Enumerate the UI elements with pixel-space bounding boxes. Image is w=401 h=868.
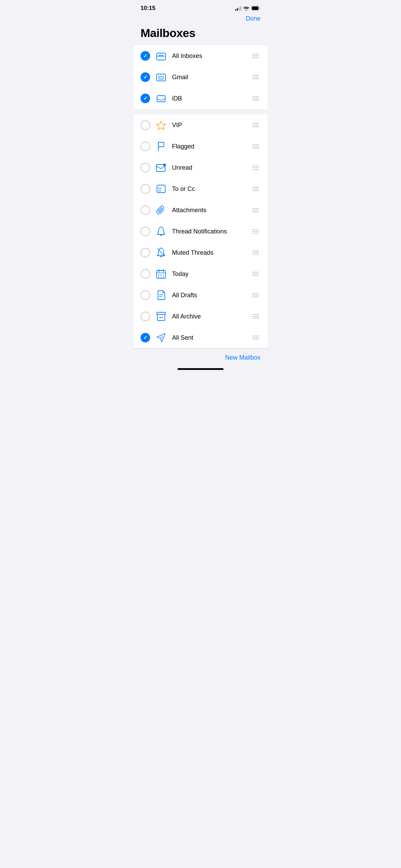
- checkbox-all-archive[interactable]: [141, 312, 150, 321]
- gmail-icon: [155, 71, 167, 83]
- done-button[interactable]: Done: [246, 15, 260, 22]
- status-icons: [235, 6, 260, 11]
- checkbox-idb[interactable]: [141, 94, 150, 103]
- drag-handle-muted-threads[interactable]: [251, 249, 260, 256]
- footer-bar: New Mailbox: [134, 348, 267, 365]
- list-item-to-or-cc[interactable]: TO CC To or Cc: [134, 178, 267, 200]
- drag-handle-today[interactable]: [251, 270, 260, 277]
- checkbox-today[interactable]: [141, 269, 150, 279]
- label-unread: Unread: [172, 164, 251, 171]
- flagged-icon: [155, 140, 167, 153]
- all-sent-icon: [155, 331, 167, 344]
- label-attachments: Attachments: [172, 207, 251, 214]
- checkbox-all-drafts[interactable]: [141, 290, 150, 300]
- drag-handle-unread[interactable]: [251, 164, 260, 171]
- drag-handle-all-sent[interactable]: [251, 334, 260, 341]
- list-item-vip[interactable]: VIP: [134, 114, 267, 136]
- all-archive-icon: [155, 310, 167, 323]
- vip-icon: [155, 119, 167, 131]
- thread-notifications-icon: [155, 225, 167, 238]
- svg-point-11: [163, 164, 166, 166]
- label-all-inboxes: All Inboxes: [172, 52, 251, 60]
- checkbox-all-inboxes[interactable]: [141, 51, 150, 61]
- drag-handle-to-or-cc[interactable]: [251, 185, 260, 192]
- svg-rect-7: [159, 77, 163, 79]
- all-drafts-icon: [155, 289, 167, 301]
- wifi-icon: [243, 6, 249, 11]
- battery-icon: [251, 6, 260, 11]
- checkbox-all-sent[interactable]: [141, 333, 150, 342]
- list-item-gmail[interactable]: Gmail: [134, 67, 267, 88]
- checkbox-thread-notifications[interactable]: [141, 227, 150, 236]
- list-item-flagged[interactable]: Flagged: [134, 136, 267, 157]
- svg-marker-9: [157, 121, 166, 130]
- home-indicator-bar: [178, 368, 223, 370]
- new-mailbox-button[interactable]: New Mailbox: [225, 354, 260, 361]
- drag-handle-idb[interactable]: [251, 95, 260, 102]
- label-all-sent: All Sent: [172, 334, 251, 341]
- muted-threads-icon: [155, 246, 167, 259]
- checkbox-gmail[interactable]: [141, 72, 150, 82]
- drag-handle-all-inboxes[interactable]: [251, 52, 260, 59]
- checkbox-flagged[interactable]: [141, 142, 150, 151]
- label-to-or-cc: To or Cc: [172, 185, 251, 193]
- label-gmail: Gmail: [172, 74, 251, 81]
- svg-text:TO: TO: [158, 187, 161, 190]
- svg-point-25: [163, 277, 164, 278]
- checkbox-unread[interactable]: [141, 163, 150, 172]
- list-item-unread[interactable]: Unread: [134, 157, 267, 178]
- status-time: 10:15: [141, 5, 155, 12]
- checkbox-muted-threads[interactable]: [141, 248, 150, 257]
- signal-icon: [235, 6, 241, 11]
- label-idb: iDB: [172, 95, 251, 102]
- drag-handle-attachments[interactable]: [251, 207, 260, 214]
- home-indicator: [134, 365, 267, 375]
- svg-line-31: [160, 336, 162, 338]
- list-item-all-inboxes[interactable]: All Inboxes: [134, 45, 267, 67]
- list-item-all-drafts[interactable]: All Drafts: [134, 285, 267, 306]
- nav-bar: Done: [134, 14, 267, 25]
- svg-point-20: [158, 275, 159, 276]
- today-icon: [155, 268, 167, 280]
- svg-rect-4: [159, 56, 163, 58]
- checkbox-attachments[interactable]: [141, 205, 150, 215]
- svg-point-22: [163, 275, 164, 276]
- label-flagged: Flagged: [172, 143, 251, 150]
- svg-rect-28: [157, 312, 166, 314]
- checkbox-vip[interactable]: [141, 120, 150, 130]
- svg-point-24: [161, 277, 162, 278]
- to-or-cc-icon: TO CC: [155, 183, 167, 195]
- svg-line-15: [158, 249, 165, 256]
- drag-handle-flagged[interactable]: [251, 143, 260, 150]
- drag-handle-all-archive[interactable]: [251, 313, 260, 320]
- drag-handle-vip[interactable]: [251, 122, 260, 129]
- drag-handle-all-drafts[interactable]: [251, 292, 260, 299]
- checkbox-to-or-cc[interactable]: [141, 184, 150, 194]
- list-item-muted-threads[interactable]: Muted Threads: [134, 242, 267, 263]
- list-item-today[interactable]: Today: [134, 263, 267, 285]
- drag-handle-gmail[interactable]: [251, 74, 260, 81]
- label-all-archive: All Archive: [172, 313, 251, 320]
- label-all-drafts: All Drafts: [172, 292, 251, 299]
- unread-icon: [155, 161, 167, 174]
- svg-text:CC: CC: [158, 190, 161, 192]
- svg-point-23: [158, 277, 159, 278]
- list-item-attachments[interactable]: Attachments: [134, 200, 267, 221]
- drag-handle-thread-notifications[interactable]: [251, 228, 260, 235]
- label-vip: VIP: [172, 122, 251, 129]
- all-inboxes-icon: [155, 50, 167, 62]
- label-muted-threads: Muted Threads: [172, 249, 251, 256]
- idb-icon: [155, 92, 167, 105]
- list-item-all-sent[interactable]: All Sent: [134, 327, 267, 348]
- attachments-icon: [155, 204, 167, 216]
- label-thread-notifications: Thread Notifications: [172, 228, 251, 235]
- bottom-mailbox-section: VIP Flagged Unread: [134, 114, 267, 348]
- list-item-all-archive[interactable]: All Archive: [134, 306, 267, 327]
- label-today: Today: [172, 270, 251, 278]
- list-item-idb[interactable]: iDB: [134, 88, 267, 109]
- svg-rect-8: [157, 96, 165, 102]
- page-title-section: Mailboxes: [134, 25, 267, 45]
- section-separator: [134, 109, 267, 112]
- svg-rect-1: [252, 7, 258, 10]
- list-item-thread-notifications[interactable]: Thread Notifications: [134, 221, 267, 242]
